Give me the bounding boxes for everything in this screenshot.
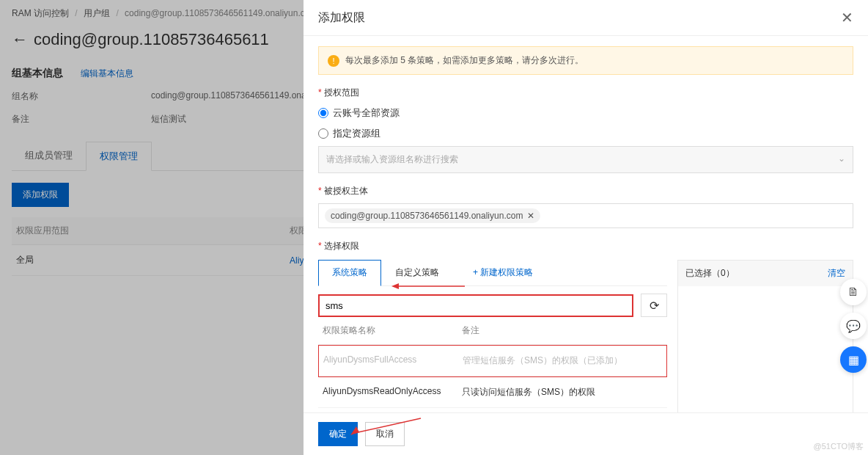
- select-placeholder: 请选择或输入资源组名称进行搜索: [326, 153, 458, 166]
- warning-icon: !: [328, 55, 339, 67]
- radio-scope-group[interactable]: 指定资源组: [318, 127, 853, 140]
- alert-banner: ! 每次最多添加 5 条策略，如需添加更多策略，请分多次进行。: [318, 46, 853, 75]
- policy-tab-system[interactable]: 系统策略: [318, 260, 381, 286]
- watermark: @51CTO博客: [814, 441, 864, 452]
- close-icon[interactable]: ✕: [841, 9, 853, 26]
- selected-panel: 已选择（0） 清空: [677, 260, 853, 412]
- chevron-down-icon: ⌄: [838, 153, 845, 166]
- clear-selected-link[interactable]: 清空: [828, 267, 845, 280]
- policy-tab-custom[interactable]: 自定义策略: [381, 260, 453, 285]
- new-policy-link[interactable]: + 新建权限策略: [459, 260, 547, 285]
- alert-text: 每次最多添加 5 条策略，如需添加更多策略，请分多次进行。: [345, 54, 584, 67]
- confirm-button[interactable]: 确定: [318, 422, 358, 446]
- refresh-button[interactable]: ⟳: [641, 294, 667, 317]
- tag-remove-icon[interactable]: ✕: [527, 211, 534, 221]
- label-principal: 被授权主体: [318, 185, 853, 197]
- label-scope: 授权范围: [318, 87, 853, 99]
- add-permission-panel: 添加权限 ✕ ! 每次最多添加 5 条策略，如需添加更多策略，请分多次进行。 授…: [304, 0, 868, 455]
- label-select-perm: 选择权限: [318, 240, 853, 252]
- refresh-icon: ⟳: [650, 299, 659, 313]
- col-policy-name: 权限策略名称: [323, 324, 462, 337]
- selected-count: 已选择（0）: [685, 267, 735, 280]
- resource-group-select[interactable]: 请选择或输入资源组名称进行搜索 ⌄: [318, 146, 853, 173]
- apps-icon[interactable]: ▦: [840, 346, 867, 373]
- principal-tag: coding@group.1108573646561149.onaliyun.c…: [325, 208, 540, 223]
- policy-row-disabled: AliyunDysmsFullAccess管理短信服务（SMS）的权限（已添加）: [319, 346, 666, 376]
- radio-scope-all[interactable]: 云账号全部资源: [318, 106, 853, 120]
- help-icon[interactable]: 🗎: [840, 279, 867, 305]
- policy-row[interactable]: AliyunDysmsReadOnlyAccess只读访问短信服务（SMS）的权…: [318, 377, 667, 408]
- panel-title: 添加权限: [318, 10, 365, 26]
- principal-input[interactable]: coding@group.1108573646561149.onaliyun.c…: [318, 203, 853, 228]
- chat-icon[interactable]: 💬: [840, 313, 867, 339]
- col-policy-note: 备注: [462, 324, 479, 337]
- cancel-button[interactable]: 取消: [365, 422, 405, 446]
- policy-search-input[interactable]: [318, 294, 633, 317]
